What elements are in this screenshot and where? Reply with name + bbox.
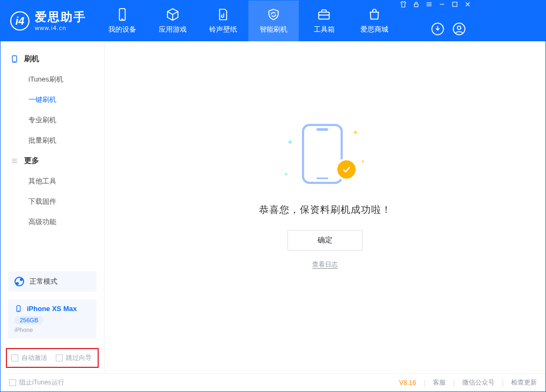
main-content: ✦ ✦ • • 恭喜您，保资料刷机成功啦！ 确定 查看日志 <box>105 41 545 373</box>
device-name: iPhone XS Max <box>27 305 77 313</box>
device-capacity: 256GB <box>14 316 43 324</box>
view-log-link[interactable]: 查看日志 <box>312 260 338 269</box>
window-controls <box>400 1 471 8</box>
tablet-icon <box>10 55 19 63</box>
main-tabs: 我的设备 应用游戏 铃声壁纸 智能刷机 工具箱 爱思商城 <box>97 1 400 41</box>
device-phone-icon <box>14 305 23 313</box>
shirt-icon[interactable] <box>400 1 407 8</box>
tab-tools-label: 工具箱 <box>314 25 335 34</box>
sparkle-icon: • <box>285 170 287 179</box>
checkbox-block-itunes[interactable]: 阻止iTunes运行 <box>9 378 64 387</box>
app-window: i4 爱思助手 www.i4.cn 我的设备 应用游戏 铃声壁纸 智能刷机 <box>0 0 546 392</box>
tab-device[interactable]: 我的设备 <box>97 1 147 41</box>
sidebar-item-batch[interactable]: 批量刷机 <box>1 130 104 151</box>
svg-point-12 <box>453 23 465 35</box>
lock-icon[interactable] <box>412 1 420 8</box>
close-icon[interactable] <box>464 1 471 8</box>
wechat-link[interactable]: 微信公众号 <box>462 378 495 387</box>
tab-ring-label: 铃声壁纸 <box>209 25 237 34</box>
logo-icon: i4 <box>10 11 29 31</box>
tab-device-label: 我的设备 <box>108 25 136 34</box>
download-circle-icon[interactable] <box>431 22 445 36</box>
sidebar-item-adv[interactable]: 高级功能 <box>1 212 104 232</box>
check-badge-icon <box>337 160 356 179</box>
toolbox-icon <box>317 8 331 21</box>
checkbox-auto-activate[interactable]: 自动激活 <box>11 353 47 363</box>
mode-label: 正常模式 <box>29 277 57 286</box>
svg-rect-3 <box>415 4 418 6</box>
music-file-icon <box>216 8 230 21</box>
sidebar-item-itunes[interactable]: iTunes刷机 <box>1 69 104 90</box>
sparkle-icon: ✦ <box>352 128 359 137</box>
checkbox-skip-guide[interactable]: 跳过向导 <box>56 353 92 363</box>
options-highlight-box: 自动激活 跳过向导 <box>6 348 99 368</box>
sparkle-icon: ✦ <box>287 138 293 146</box>
refresh-shield-icon <box>267 8 281 21</box>
tab-apps[interactable]: 应用游戏 <box>147 1 198 41</box>
app-site: www.i4.cn <box>35 25 86 31</box>
check-update-link[interactable]: 检查更新 <box>511 378 537 387</box>
customer-service-link[interactable]: 客服 <box>433 378 446 387</box>
mode-card[interactable]: 正常模式 <box>8 271 97 292</box>
tab-tools[interactable]: 工具箱 <box>299 1 349 41</box>
sidebar-item-fw[interactable]: 下载固件 <box>1 191 104 212</box>
version-label: V8.16 <box>399 379 416 387</box>
checkbox-block-itunes-label: 阻止iTunes运行 <box>19 378 64 387</box>
sidebar-section-flash: 刷机 <box>1 49 104 69</box>
sidebar: 刷机 iTunes刷机 一键刷机 专业刷机 批量刷机 更多 其他工具 下载固件 … <box>1 41 105 373</box>
phone-illustration-icon <box>302 124 343 184</box>
success-illustration: ✦ ✦ • • <box>285 124 365 188</box>
app-name: 爱思助手 <box>35 11 86 23</box>
cube-icon <box>166 8 180 21</box>
svg-rect-2 <box>319 12 329 19</box>
tab-flash[interactable]: 智能刷机 <box>248 1 299 41</box>
device-card[interactable]: iPhone XS Max 256GB iPhone <box>8 299 97 338</box>
sparkle-icon: • <box>361 157 364 166</box>
sidebar-section-more-label: 更多 <box>24 156 39 166</box>
sidebar-section-more: 更多 <box>1 151 104 171</box>
maximize-icon[interactable] <box>451 1 459 8</box>
tab-store-label: 爱思商城 <box>360 25 388 34</box>
svg-rect-8 <box>453 2 457 6</box>
titlebar: i4 爱思助手 www.i4.cn 我的设备 应用游戏 铃声壁纸 智能刷机 <box>1 1 545 41</box>
tab-ring[interactable]: 铃声壁纸 <box>198 1 248 41</box>
success-message: 恭喜您，保资料刷机成功啦！ <box>259 203 392 216</box>
menu-icon[interactable] <box>425 1 433 8</box>
logo: i4 爱思助手 www.i4.cn <box>1 1 97 41</box>
tab-apps-label: 应用游戏 <box>159 25 187 34</box>
sidebar-item-onekey[interactable]: 一键刷机 <box>1 90 104 110</box>
sidebar-item-pro[interactable]: 专业刷机 <box>1 110 104 130</box>
device-type: iPhone <box>14 327 90 333</box>
user-circle-icon[interactable] <box>452 22 466 36</box>
svg-point-13 <box>458 26 461 30</box>
statusbar: 阻止iTunes运行 V8.16 | 客服 | 微信公众号 | 检查更新 <box>1 373 545 391</box>
minimize-icon[interactable] <box>438 1 446 8</box>
checkbox-auto-activate-label: 自动激活 <box>21 353 47 363</box>
phone-icon <box>115 8 129 21</box>
bag-icon <box>367 8 381 21</box>
checkbox-skip-guide-label: 跳过向导 <box>66 353 92 363</box>
mode-icon <box>14 277 24 286</box>
tab-store[interactable]: 爱思商城 <box>349 1 400 41</box>
tab-flash-label: 智能刷机 <box>260 25 287 34</box>
sidebar-item-other[interactable]: 其他工具 <box>1 171 104 191</box>
ok-button[interactable]: 确定 <box>287 230 363 250</box>
list-icon <box>10 157 19 165</box>
sidebar-section-flash-label: 刷机 <box>24 54 39 64</box>
svg-rect-0 <box>120 9 126 20</box>
